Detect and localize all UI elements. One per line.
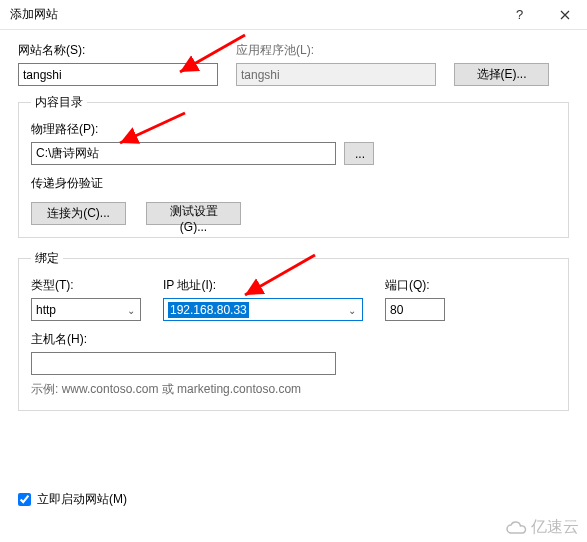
hostname-example: 示例: www.contoso.com 或 marketing.contoso.… (31, 381, 556, 398)
content-directory-group: 内容目录 物理路径(P): ... 传递身份验证 连接为(C)... 测试设置(… (18, 94, 569, 238)
ip-address-select[interactable]: 192.168.80.33 ⌄ (163, 298, 363, 321)
physical-path-label: 物理路径(P): (31, 121, 556, 138)
select-app-pool-button[interactable]: 选择(E)... (454, 63, 549, 86)
content-directory-legend: 内容目录 (31, 94, 87, 111)
test-settings-button[interactable]: 测试设置(G)... (146, 202, 241, 225)
cloud-icon (505, 521, 527, 535)
dialog-title: 添加网站 (10, 6, 497, 23)
type-label: 类型(T): (31, 277, 141, 294)
start-site-checkbox[interactable] (18, 493, 31, 506)
chevron-down-icon: ⌄ (348, 304, 356, 315)
binding-group: 绑定 类型(T): http ⌄ IP 地址(I): 192.168.80.33… (18, 250, 569, 411)
app-pool-input (236, 63, 436, 86)
type-select[interactable]: http (31, 298, 141, 321)
dialog-body: 网站名称(S): 应用程序池(L): 选择(E)... 内容目录 物理路径(P)… (0, 30, 587, 516)
auth-title: 传递身份验证 (31, 175, 556, 192)
ip-address-value: 192.168.80.33 (168, 302, 249, 318)
help-button[interactable]: ? (497, 0, 542, 30)
hostname-label: 主机名(H): (31, 331, 556, 348)
ip-address-label: IP 地址(I): (163, 277, 363, 294)
physical-path-input[interactable] (31, 142, 336, 165)
port-input[interactable] (385, 298, 445, 321)
site-name-input[interactable] (18, 63, 218, 86)
close-icon (560, 10, 570, 20)
connect-as-button[interactable]: 连接为(C)... (31, 202, 126, 225)
close-button[interactable] (542, 0, 587, 30)
start-site-label: 立即启动网站(M) (37, 491, 127, 508)
watermark: 亿速云 (505, 517, 579, 538)
app-pool-label: 应用程序池(L): (236, 42, 436, 59)
titlebar: 添加网站 ? (0, 0, 587, 30)
port-label: 端口(Q): (385, 277, 445, 294)
site-name-label: 网站名称(S): (18, 42, 218, 59)
binding-legend: 绑定 (31, 250, 63, 267)
browse-path-button[interactable]: ... (344, 142, 374, 165)
hostname-input[interactable] (31, 352, 336, 375)
